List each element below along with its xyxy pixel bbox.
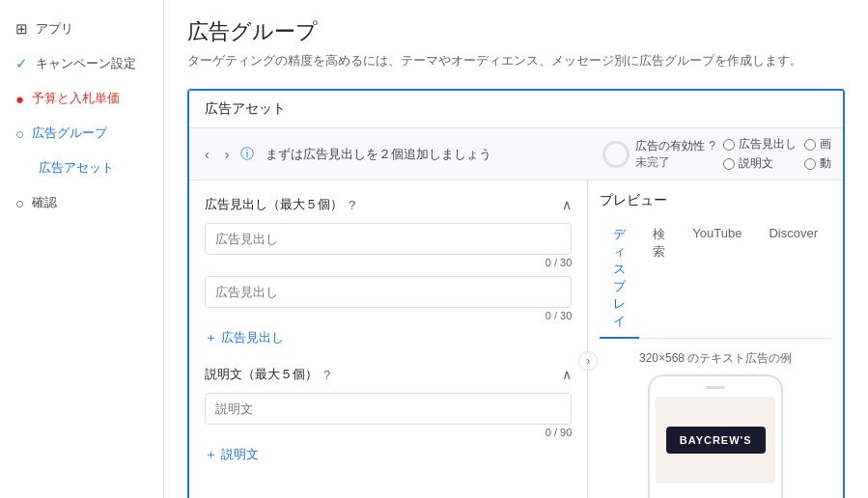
sidebar-item-apps[interactable]: ⊞ アプリ <box>0 12 163 46</box>
collapse-preview-button[interactable]: › <box>578 351 598 371</box>
toolbar-message: まずは広告見出しを２個追加しましょう <box>266 146 595 163</box>
sidebar-item-adasset-label: 広告アセット <box>39 159 114 177</box>
sidebar-item-apps-label: アプリ <box>36 20 73 38</box>
ad-effectiveness: 広告の有効性 ? 未完了 <box>602 138 715 171</box>
radio-image-input[interactable] <box>804 139 816 151</box>
radio-video-label: 動 <box>820 155 831 172</box>
add-description-button[interactable]: ＋ 説明文 <box>205 446 259 463</box>
page-title: 広告グループ <box>187 17 845 46</box>
toolbar-row: ‹ › ⓘ まずは広告見出しを２個追加しましょう 広告の有効性 ? 未完了 <box>189 128 843 180</box>
apps-icon: ⊞ <box>15 20 28 38</box>
circle-icon: ○ <box>15 125 24 142</box>
preview-title: プレビュー <box>600 192 831 209</box>
radio-headline-label: 広告見出し <box>739 136 797 152</box>
tab-display[interactable]: ディスプレイ <box>600 219 639 339</box>
headline-char-count-1: 0 / 30 <box>205 257 572 268</box>
page-description: ターゲティングの精度を高めるには、テーマやオーディエンス、メッセージ別に広告グル… <box>187 52 845 69</box>
radio-description-input[interactable] <box>723 158 735 170</box>
radio-image: 画 <box>804 136 831 152</box>
radio-video: 動 <box>804 155 831 172</box>
description-section: 説明文（最大５個） ? ∧ 0 / 90 ＋ 説明文 <box>205 366 572 463</box>
brand-text: BAYCREW'S <box>666 427 766 454</box>
add-headline-button[interactable]: ＋ 広告見出し <box>205 329 284 346</box>
nav-next-button[interactable]: › <box>221 145 234 164</box>
tab-youtube[interactable]: YouTube <box>679 219 755 339</box>
radio-description: 説明文 <box>723 155 797 172</box>
headline-input-2-field: 0 / 30 <box>205 276 572 321</box>
add-headline-label: 広告見出し <box>221 329 284 346</box>
preview-panel: プレビュー ディスプレイ 検索 YouTube Discover <box>588 180 843 498</box>
description-char-count-1: 0 / 90 <box>205 427 572 438</box>
sidebar-item-confirm[interactable]: ○ 確認 <box>0 185 163 220</box>
content-split: 広告見出し（最大５個） ? ∧ 0 / 30 0 / 30 <box>189 180 843 498</box>
preview-panel-wrapper: › プレビュー ディスプレイ 検索 YouTube <box>588 180 843 498</box>
ad-asset-title: 広告アセット <box>205 100 286 118</box>
description-help-icon[interactable]: ? <box>323 368 330 382</box>
preview-tabs: ディスプレイ 検索 YouTube Discover <box>600 219 831 339</box>
description-input-1[interactable] <box>205 393 572 425</box>
description-collapse-button[interactable]: ∧ <box>562 367 572 382</box>
sidebar-item-confirm-label: 確認 <box>32 194 57 211</box>
headline-collapse-button[interactable]: ∧ <box>562 197 572 212</box>
description-input-1-field: 0 / 90 <box>205 393 572 438</box>
effectiveness-help: ? <box>709 139 715 152</box>
effectiveness-status: 未完了 <box>635 154 715 171</box>
radio-headline: 広告見出し <box>723 136 797 152</box>
radio-video-input[interactable] <box>804 158 816 170</box>
circle2-icon: ○ <box>15 195 24 211</box>
sidebar-item-adasset[interactable]: 広告アセット <box>0 151 163 185</box>
sidebar-item-budget-label: 予算と入札単価 <box>32 90 120 107</box>
radio-image-label: 画 <box>820 136 831 152</box>
effectiveness-circle <box>602 141 630 168</box>
phone-speaker <box>706 386 725 389</box>
effectiveness-info: 広告の有効性 ? 未完了 <box>635 138 715 171</box>
main-content: 広告グループ ターゲティングの精度を高めるには、テーマやオーディエンス、メッセー… <box>164 0 868 498</box>
headline-char-count-2: 0 / 30 <box>205 310 572 321</box>
device-label: 320×568 のテキスト広告の例 <box>600 350 831 367</box>
add-description-icon: ＋ <box>205 446 217 463</box>
tab-discover[interactable]: Discover <box>755 219 831 339</box>
sidebar-item-campaign[interactable]: ✓ キャンペーン設定 <box>0 46 163 81</box>
add-description-label: 説明文 <box>221 446 259 463</box>
phone-content: BAYCREW'S <box>656 397 775 484</box>
headline-section-header: 広告見出し（最大５個） ? ∧ <box>205 196 572 213</box>
tab-search[interactable]: 検索 <box>639 219 679 339</box>
add-headline-icon: ＋ <box>205 329 217 346</box>
ad-asset-header: 広告アセット <box>189 91 843 128</box>
headline-section-title: 広告見出し（最大５個） <box>205 196 343 213</box>
ad-asset-section: 広告アセット ‹ › ⓘ まずは広告見出しを２個追加しましょう 広告の有効性 ?… <box>187 89 845 498</box>
sidebar-item-adgroup[interactable]: ○ 広告グループ <box>0 116 163 151</box>
description-section-header: 説明文（最大５個） ? ∧ <box>205 366 572 383</box>
error-icon: ● <box>15 91 24 107</box>
headline-help-icon[interactable]: ? <box>349 198 355 212</box>
headline-section: 広告見出し（最大５個） ? ∧ 0 / 30 0 / 30 <box>205 196 572 346</box>
info-icon: ⓘ <box>240 146 254 163</box>
sidebar-item-campaign-label: キャンペーン設定 <box>36 55 136 72</box>
phone-frame: BAYCREW'S <box>648 374 783 498</box>
radio-description-label: 説明文 <box>739 155 773 172</box>
sidebar-item-adgroup-label: 広告グループ <box>32 124 107 142</box>
sidebar-item-budget[interactable]: ● 予算と入札単価 <box>0 81 163 116</box>
page-header: 広告グループ ターゲティングの精度を高めるには、テーマやオーディエンス、メッセー… <box>164 0 868 77</box>
effectiveness-label: 広告の有効性 <box>635 138 705 154</box>
sidebar: ⊞ アプリ ✓ キャンペーン設定 ● 予算と入札単価 ○ 広告グループ 広告アセ… <box>0 0 164 498</box>
headline-input-1-field: 0 / 30 <box>205 223 572 268</box>
headline-input-1[interactable] <box>205 223 572 255</box>
checklist-options: 広告見出し 説明文 <box>723 136 797 172</box>
checklist-options2: 画 動 <box>804 136 831 172</box>
brand-area: BAYCREW'S <box>658 419 773 461</box>
check-icon: ✓ <box>15 55 28 72</box>
headline-input-2[interactable] <box>205 276 572 308</box>
form-panel: 広告見出し（最大５個） ? ∧ 0 / 30 0 / 30 <box>189 180 588 498</box>
description-section-title: 説明文（最大５個） <box>205 366 318 383</box>
radio-headline-input[interactable] <box>723 139 735 151</box>
nav-prev-button[interactable]: ‹ <box>201 145 213 164</box>
